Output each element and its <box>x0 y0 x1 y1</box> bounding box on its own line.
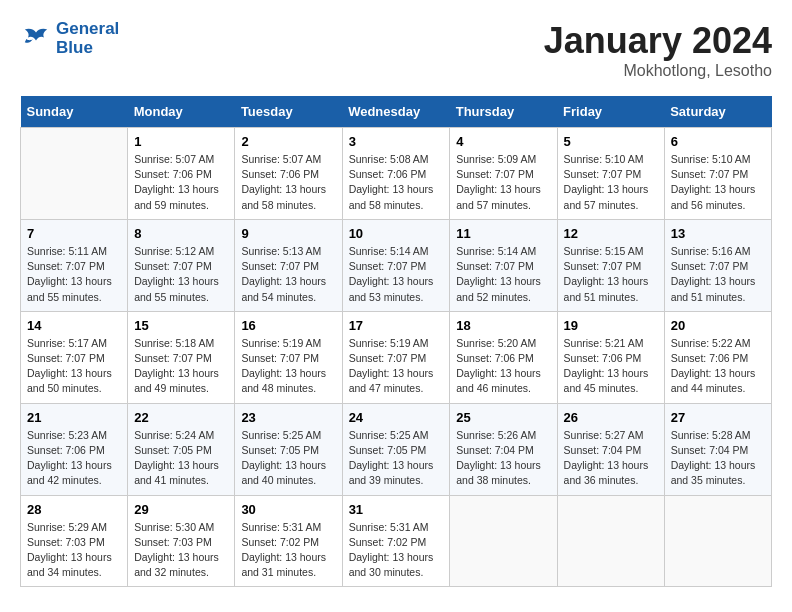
day-info: Sunrise: 5:10 AMSunset: 7:07 PMDaylight:… <box>564 152 658 213</box>
day-info: Sunrise: 5:07 AMSunset: 7:06 PMDaylight:… <box>241 152 335 213</box>
calendar-subtitle: Mokhotlong, Lesotho <box>544 62 772 80</box>
col-header-tuesday: Tuesday <box>235 96 342 128</box>
calendar-cell: 21Sunrise: 5:23 AMSunset: 7:06 PMDayligh… <box>21 403 128 495</box>
day-number: 31 <box>349 502 444 517</box>
day-number: 24 <box>349 410 444 425</box>
calendar-cell: 29Sunrise: 5:30 AMSunset: 7:03 PMDayligh… <box>128 495 235 587</box>
calendar-cell: 11Sunrise: 5:14 AMSunset: 7:07 PMDayligh… <box>450 219 557 311</box>
day-info: Sunrise: 5:25 AMSunset: 7:05 PMDaylight:… <box>241 428 335 489</box>
day-number: 27 <box>671 410 765 425</box>
day-number: 8 <box>134 226 228 241</box>
calendar-week-row: 7Sunrise: 5:11 AMSunset: 7:07 PMDaylight… <box>21 219 772 311</box>
day-info: Sunrise: 5:15 AMSunset: 7:07 PMDaylight:… <box>564 244 658 305</box>
calendar-cell: 18Sunrise: 5:20 AMSunset: 7:06 PMDayligh… <box>450 311 557 403</box>
calendar-cell: 5Sunrise: 5:10 AMSunset: 7:07 PMDaylight… <box>557 128 664 220</box>
calendar-cell: 3Sunrise: 5:08 AMSunset: 7:06 PMDaylight… <box>342 128 450 220</box>
day-info: Sunrise: 5:30 AMSunset: 7:03 PMDaylight:… <box>134 520 228 581</box>
day-number: 9 <box>241 226 335 241</box>
day-number: 11 <box>456 226 550 241</box>
day-info: Sunrise: 5:25 AMSunset: 7:05 PMDaylight:… <box>349 428 444 489</box>
calendar-header-row: SundayMondayTuesdayWednesdayThursdayFrid… <box>21 96 772 128</box>
calendar-cell: 9Sunrise: 5:13 AMSunset: 7:07 PMDaylight… <box>235 219 342 311</box>
day-info: Sunrise: 5:27 AMSunset: 7:04 PMDaylight:… <box>564 428 658 489</box>
logo-text: General Blue <box>56 20 119 57</box>
day-number: 25 <box>456 410 550 425</box>
day-number: 17 <box>349 318 444 333</box>
day-info: Sunrise: 5:10 AMSunset: 7:07 PMDaylight:… <box>671 152 765 213</box>
calendar-cell: 4Sunrise: 5:09 AMSunset: 7:07 PMDaylight… <box>450 128 557 220</box>
day-info: Sunrise: 5:19 AMSunset: 7:07 PMDaylight:… <box>241 336 335 397</box>
calendar-cell <box>21 128 128 220</box>
logo-icon <box>20 25 52 53</box>
day-info: Sunrise: 5:13 AMSunset: 7:07 PMDaylight:… <box>241 244 335 305</box>
day-info: Sunrise: 5:26 AMSunset: 7:04 PMDaylight:… <box>456 428 550 489</box>
day-info: Sunrise: 5:28 AMSunset: 7:04 PMDaylight:… <box>671 428 765 489</box>
day-number: 23 <box>241 410 335 425</box>
day-number: 4 <box>456 134 550 149</box>
day-info: Sunrise: 5:17 AMSunset: 7:07 PMDaylight:… <box>27 336 121 397</box>
calendar-cell: 1Sunrise: 5:07 AMSunset: 7:06 PMDaylight… <box>128 128 235 220</box>
calendar-cell: 23Sunrise: 5:25 AMSunset: 7:05 PMDayligh… <box>235 403 342 495</box>
day-number: 21 <box>27 410 121 425</box>
calendar-cell: 30Sunrise: 5:31 AMSunset: 7:02 PMDayligh… <box>235 495 342 587</box>
calendar-week-row: 21Sunrise: 5:23 AMSunset: 7:06 PMDayligh… <box>21 403 772 495</box>
calendar-cell: 17Sunrise: 5:19 AMSunset: 7:07 PMDayligh… <box>342 311 450 403</box>
day-info: Sunrise: 5:23 AMSunset: 7:06 PMDaylight:… <box>27 428 121 489</box>
calendar-cell: 13Sunrise: 5:16 AMSunset: 7:07 PMDayligh… <box>664 219 771 311</box>
calendar-cell: 12Sunrise: 5:15 AMSunset: 7:07 PMDayligh… <box>557 219 664 311</box>
calendar-table: SundayMondayTuesdayWednesdayThursdayFrid… <box>20 96 772 587</box>
day-info: Sunrise: 5:14 AMSunset: 7:07 PMDaylight:… <box>456 244 550 305</box>
day-info: Sunrise: 5:12 AMSunset: 7:07 PMDaylight:… <box>134 244 228 305</box>
day-number: 30 <box>241 502 335 517</box>
day-info: Sunrise: 5:11 AMSunset: 7:07 PMDaylight:… <box>27 244 121 305</box>
page-header: General Blue January 2024 Mokhotlong, Le… <box>20 20 772 80</box>
calendar-cell: 27Sunrise: 5:28 AMSunset: 7:04 PMDayligh… <box>664 403 771 495</box>
day-number: 19 <box>564 318 658 333</box>
day-info: Sunrise: 5:24 AMSunset: 7:05 PMDaylight:… <box>134 428 228 489</box>
day-number: 3 <box>349 134 444 149</box>
calendar-title-block: January 2024 Mokhotlong, Lesotho <box>544 20 772 80</box>
day-info: Sunrise: 5:07 AMSunset: 7:06 PMDaylight:… <box>134 152 228 213</box>
day-info: Sunrise: 5:22 AMSunset: 7:06 PMDaylight:… <box>671 336 765 397</box>
col-header-friday: Friday <box>557 96 664 128</box>
day-number: 12 <box>564 226 658 241</box>
calendar-cell: 28Sunrise: 5:29 AMSunset: 7:03 PMDayligh… <box>21 495 128 587</box>
day-number: 1 <box>134 134 228 149</box>
day-number: 10 <box>349 226 444 241</box>
calendar-cell: 22Sunrise: 5:24 AMSunset: 7:05 PMDayligh… <box>128 403 235 495</box>
day-number: 2 <box>241 134 335 149</box>
calendar-cell: 19Sunrise: 5:21 AMSunset: 7:06 PMDayligh… <box>557 311 664 403</box>
calendar-cell: 20Sunrise: 5:22 AMSunset: 7:06 PMDayligh… <box>664 311 771 403</box>
col-header-monday: Monday <box>128 96 235 128</box>
day-info: Sunrise: 5:16 AMSunset: 7:07 PMDaylight:… <box>671 244 765 305</box>
calendar-cell: 14Sunrise: 5:17 AMSunset: 7:07 PMDayligh… <box>21 311 128 403</box>
day-info: Sunrise: 5:21 AMSunset: 7:06 PMDaylight:… <box>564 336 658 397</box>
calendar-cell <box>664 495 771 587</box>
day-number: 14 <box>27 318 121 333</box>
day-number: 7 <box>27 226 121 241</box>
calendar-cell <box>450 495 557 587</box>
day-number: 22 <box>134 410 228 425</box>
calendar-cell: 31Sunrise: 5:31 AMSunset: 7:02 PMDayligh… <box>342 495 450 587</box>
day-number: 18 <box>456 318 550 333</box>
calendar-cell: 25Sunrise: 5:26 AMSunset: 7:04 PMDayligh… <box>450 403 557 495</box>
calendar-cell: 8Sunrise: 5:12 AMSunset: 7:07 PMDaylight… <box>128 219 235 311</box>
calendar-cell: 10Sunrise: 5:14 AMSunset: 7:07 PMDayligh… <box>342 219 450 311</box>
day-info: Sunrise: 5:20 AMSunset: 7:06 PMDaylight:… <box>456 336 550 397</box>
day-info: Sunrise: 5:09 AMSunset: 7:07 PMDaylight:… <box>456 152 550 213</box>
calendar-cell: 26Sunrise: 5:27 AMSunset: 7:04 PMDayligh… <box>557 403 664 495</box>
day-info: Sunrise: 5:18 AMSunset: 7:07 PMDaylight:… <box>134 336 228 397</box>
day-number: 28 <box>27 502 121 517</box>
day-info: Sunrise: 5:08 AMSunset: 7:06 PMDaylight:… <box>349 152 444 213</box>
col-header-thursday: Thursday <box>450 96 557 128</box>
col-header-sunday: Sunday <box>21 96 128 128</box>
calendar-week-row: 28Sunrise: 5:29 AMSunset: 7:03 PMDayligh… <box>21 495 772 587</box>
day-info: Sunrise: 5:31 AMSunset: 7:02 PMDaylight:… <box>241 520 335 581</box>
calendar-cell: 16Sunrise: 5:19 AMSunset: 7:07 PMDayligh… <box>235 311 342 403</box>
col-header-saturday: Saturday <box>664 96 771 128</box>
calendar-cell: 15Sunrise: 5:18 AMSunset: 7:07 PMDayligh… <box>128 311 235 403</box>
calendar-cell: 6Sunrise: 5:10 AMSunset: 7:07 PMDaylight… <box>664 128 771 220</box>
day-number: 13 <box>671 226 765 241</box>
day-info: Sunrise: 5:19 AMSunset: 7:07 PMDaylight:… <box>349 336 444 397</box>
calendar-cell: 24Sunrise: 5:25 AMSunset: 7:05 PMDayligh… <box>342 403 450 495</box>
